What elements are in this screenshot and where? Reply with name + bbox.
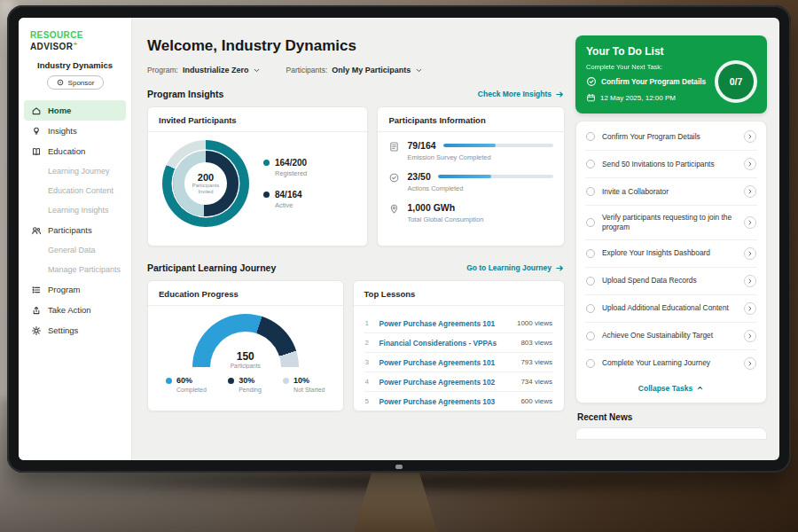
chevron-right-icon[interactable] [744, 158, 756, 170]
main-content: Welcome, Industry Dynamics Program: Indu… [132, 18, 575, 460]
sidebar-item-learning-insights[interactable]: Learning Insights [19, 200, 131, 220]
chevron-right-icon[interactable] [744, 357, 756, 370]
nav-label: Learning Journey [48, 167, 110, 176]
lesson-link[interactable]: Power Purchase Agreements 102 [379, 378, 514, 387]
task-row-upload-educational-content[interactable]: Upload Additional Educational Content [585, 295, 757, 323]
gauge-center-label: Participants [192, 363, 299, 369]
stat-global-consumption: 1,000 GWh Total Global Consumption [388, 202, 553, 223]
nav-label: Education [48, 146, 85, 156]
checkbox-icon[interactable] [586, 359, 595, 368]
chevron-right-icon[interactable] [744, 130, 756, 143]
task-row-explore-insights[interactable]: Explore Your Insights Dashboard [585, 240, 757, 268]
sidebar-item-manage-participants[interactable]: Manage Participants [19, 260, 131, 279]
task-row-invite-collaborator[interactable]: Invite a Collaborator [585, 178, 757, 206]
sidebar-item-learning-journey[interactable]: Learning Journey [19, 161, 131, 181]
task-row-confirm-program[interactable]: Confirm Your Program Details [585, 123, 757, 151]
task-row-verify-participants[interactable]: Verify participants requesting to join t… [585, 206, 757, 240]
participants-label: Participants: [286, 66, 327, 74]
chevron-right-icon[interactable] [744, 302, 756, 315]
checkbox-icon[interactable] [586, 187, 595, 196]
chevron-right-icon[interactable] [744, 275, 756, 287]
checkbox-icon[interactable] [586, 160, 595, 168]
stat-label: Emission Survey Completed [407, 153, 553, 161]
todo-next-task-label: Confirm Your Program Details [601, 77, 706, 86]
monitor-logo-dot [395, 465, 403, 469]
legend-dot [263, 160, 270, 166]
card-title: Top Lessons [364, 289, 553, 299]
chevron-right-icon[interactable] [744, 330, 756, 342]
nav-label: Settings [48, 325, 78, 335]
lesson-rank: 3 [365, 358, 372, 366]
invited-donut-chart: 200 Participants Invited [162, 140, 249, 227]
collapse-tasks-link[interactable]: Collapse Tasks [585, 377, 757, 401]
lesson-row[interactable]: 2 Financial Considerations - VPPAs 803 v… [364, 333, 553, 353]
calendar-icon [586, 93, 596, 103]
sidebar-item-education-content[interactable]: Education Content [19, 181, 131, 200]
card-title: Education Progress [159, 289, 332, 299]
section-title-insights: Program Insights [147, 89, 223, 99]
divider [354, 305, 564, 306]
sidebar-item-home[interactable]: Home [24, 100, 126, 121]
program-value: Industrialize Zero [183, 66, 249, 74]
dashboard-screen: RESOURCE ADVISOR+ Industry Dynamics Spon… [19, 18, 779, 460]
task-row-send-invitations[interactable]: Send 50 Invitations to Participants [585, 151, 757, 178]
lesson-rank: 5 [365, 397, 372, 405]
card-title: Invited Participants [159, 115, 356, 125]
brand-advisor: ADVISOR [30, 42, 73, 51]
lesson-rank: 4 [365, 378, 372, 386]
nav-label: General Data [48, 246, 96, 254]
go-to-learning-journey-link[interactable]: Go to Learning Journey [466, 263, 565, 273]
task-row-achieve-target[interactable]: Achieve One Sustainability Target [585, 323, 757, 350]
checkbox-icon[interactable] [586, 249, 595, 258]
participants-information-card: Participants Information 79/164 [377, 106, 565, 246]
participants-dropdown[interactable]: Participants: Only My Participants [286, 66, 423, 74]
sidebar-item-insights[interactable]: Insights [19, 121, 131, 141]
chevron-down-icon [415, 66, 423, 74]
lesson-link[interactable]: Power Purchase Agreements 101 [379, 358, 514, 367]
chevron-right-icon[interactable] [744, 185, 756, 198]
check-circle-icon [388, 172, 400, 184]
checkbox-icon[interactable] [586, 277, 595, 286]
sidebar-item-education[interactable]: Education [19, 141, 131, 161]
lesson-link[interactable]: Power Purchase Agreements 103 [379, 397, 514, 406]
legend-dot [166, 378, 172, 384]
nav-label: Learning Insights [48, 206, 109, 215]
task-row-upload-spend-data[interactable]: Upload Spend Data Records [585, 268, 757, 295]
checkbox-icon[interactable] [586, 132, 595, 141]
legend-label: Completed [176, 387, 207, 393]
program-label: Program: [147, 66, 178, 74]
checkbox-icon[interactable] [586, 218, 595, 227]
invited-legend: 164/200 Registered 84/164 Active [263, 158, 307, 209]
checkbox-icon[interactable] [586, 304, 595, 313]
sidebar-item-participants[interactable]: Participants [19, 220, 131, 240]
nav-label: Home [48, 106, 71, 115]
lesson-row[interactable]: 1 Power Purchase Agreements 101 1000 vie… [364, 314, 553, 333]
journey-cards-row: Education Progress 150 Participants [147, 280, 565, 411]
sidebar-item-general-data[interactable]: General Data [19, 240, 131, 260]
lesson-row[interactable]: 5 Power Purchase Agreements 103 600 view… [364, 392, 553, 411]
lesson-row[interactable]: 4 Power Purchase Agreements 102 734 view… [364, 372, 553, 392]
sponsor-badge[interactable]: Sponsor [47, 75, 104, 90]
program-dropdown[interactable]: Program: Industrialize Zero [147, 66, 261, 74]
nav-label: Insights [48, 126, 77, 136]
chevron-right-icon[interactable] [744, 216, 756, 229]
chevron-right-icon[interactable] [744, 247, 756, 260]
task-row-complete-learning-journey[interactable]: Complete Your Learning Journey [585, 350, 757, 377]
sidebar: RESOURCE ADVISOR+ Industry Dynamics Spon… [19, 18, 132, 460]
monitor-frame: RESOURCE ADVISOR+ Industry Dynamics Spon… [7, 5, 791, 473]
lesson-link[interactable]: Power Purchase Agreements 101 [379, 319, 510, 328]
lesson-row[interactable]: 3 Power Purchase Agreements 101 793 view… [364, 353, 553, 372]
todo-next-task[interactable]: Confirm Your Program Details [586, 76, 716, 87]
task-label: Upload Spend Data Records [602, 276, 737, 286]
check-more-insights-link[interactable]: Check More Insights [478, 90, 565, 99]
brand-plus: + [73, 40, 77, 48]
todo-due-label: 12 May 2025, 12:00 PM [600, 94, 676, 102]
checkbox-icon[interactable] [586, 332, 595, 340]
sidebar-item-take-action[interactable]: Take Action [19, 300, 131, 320]
desk-background: RESOURCE ADVISOR+ Industry Dynamics Spon… [0, 0, 798, 532]
sidebar-item-settings[interactable]: Settings [19, 320, 131, 340]
education-gauge-chart: 150 Participants [192, 314, 299, 369]
lesson-link[interactable]: Financial Considerations - VPPAs [379, 339, 514, 348]
gauge-center-value: 150 [192, 350, 299, 363]
sidebar-item-program[interactable]: Program [19, 279, 131, 300]
